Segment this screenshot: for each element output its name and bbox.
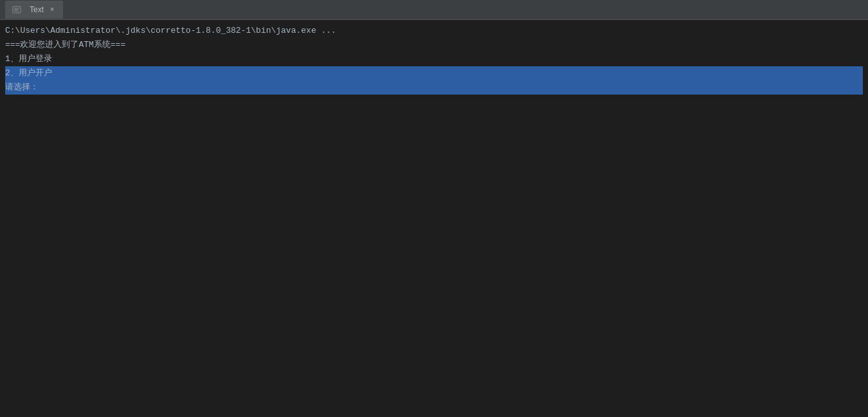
console-command-line: C:\Users\Administrator\.jdks\corretto-1.… (5, 24, 863, 38)
console-menu-item-1: 1、用户登录 (5, 52, 863, 66)
console-prompt-line[interactable]: 请选择： (5, 80, 863, 95)
title-bar: Text × (0, 0, 868, 20)
console-menu-item-2: 2、用户开户 (5, 66, 863, 80)
tab-icon (12, 5, 22, 15)
tab-close-button[interactable]: × (48, 5, 57, 14)
console-area: C:\Users\Administrator\.jdks\corretto-1.… (0, 20, 868, 417)
tab-text[interactable]: Text × (5, 1, 63, 19)
tab-label: Text (30, 5, 44, 14)
console-welcome-line: ===欢迎您进入到了ATM系统=== (5, 38, 863, 52)
